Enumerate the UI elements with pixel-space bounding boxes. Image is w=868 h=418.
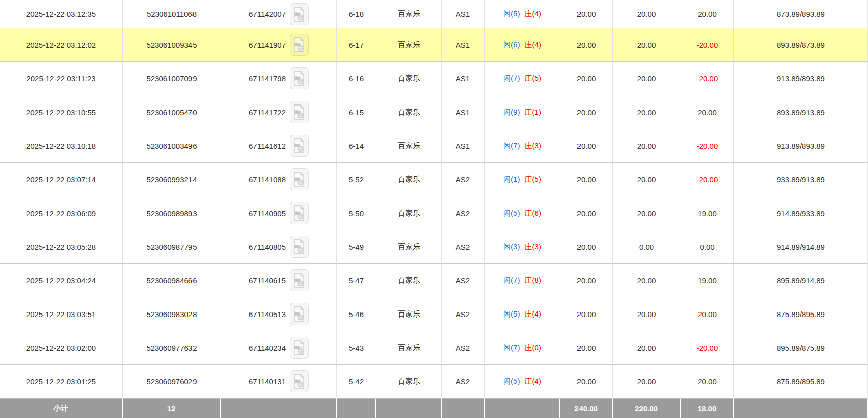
bet-time: 2025-12-22 03:01:25 [0,365,123,398]
table-row[interactable]: 2025-12-22 03:05:28 523060987795 6711408… [0,230,868,264]
order-number: 523060987795 [123,230,221,264]
table-name: AS2 [442,264,485,297]
player-result: 闲(5) [503,208,520,217]
table-row[interactable]: 2025-12-22 03:10:55 523061005470 6711417… [0,95,868,129]
video-replay-button[interactable] [290,370,309,392]
valid-amount: 20.00 [613,28,681,62]
video-replay-button[interactable] [290,202,309,224]
film-document-icon [293,340,305,355]
film-document-icon [293,306,305,322]
order-number: 523061009345 [123,28,221,62]
video-replay-button[interactable] [290,67,309,89]
balance-after-before: 895.89/914.89 [734,264,868,297]
game-number-cell: 671141612 [221,129,337,163]
balance-after-before: 914.89/933.89 [734,196,868,230]
table-row[interactable]: 2025-12-22 03:12:02 523061009345 6711419… [0,28,868,62]
table-row[interactable]: 2025-12-22 03:06:09 523060989893 6711409… [0,196,868,230]
subtotal-count: 12 [123,398,221,418]
valid-amount: 20.00 [613,0,681,28]
balance-after-before: 933.89/913.89 [734,163,868,196]
bet-time: 2025-12-22 03:12:35 [0,0,123,28]
bet-amount: 20.00 [560,297,613,331]
balance-after-before: 875.89/895.89 [734,297,868,331]
game-number: 671141088 [249,175,286,184]
game-number-cell: 671141907 [221,28,337,62]
player-result: 闲(1) [503,175,520,183]
table-name: AS2 [442,196,485,230]
order-number: 523061007099 [123,62,221,95]
table-name: AS2 [442,230,485,264]
film-document-icon [293,37,305,52]
win-loss-amount: -20.00 [681,163,734,196]
bet-amount: 20.00 [560,365,613,398]
game-result: 闲(1) 庄(5) [485,163,560,196]
banker-result: 庄(5) [525,74,541,82]
game-result: 闲(6) 庄(4) [485,28,560,62]
bet-amount: 20.00 [560,264,613,297]
subtotal-valid-total: 220.00 [613,398,681,418]
order-number: 523060977632 [123,331,221,365]
round-number: 6-18 [337,0,376,28]
video-replay-button[interactable] [290,3,309,25]
game-number: 671140905 [249,209,286,218]
table-row[interactable]: 2025-12-22 03:02:00 523060977632 6711402… [0,331,868,365]
table-row[interactable]: 2025-12-22 03:03:51 523060983028 6711405… [0,297,868,331]
table-row[interactable]: 2025-12-22 03:12:35 523061011068 6711420… [0,0,868,28]
game-number-cell: 671140131 [221,365,337,398]
bet-time: 2025-12-22 03:05:28 [0,230,123,264]
bet-time: 2025-12-22 03:10:55 [0,95,123,129]
video-replay-button[interactable] [290,168,309,190]
banker-result: 庄(1) [525,108,541,116]
game-number-cell: 671141722 [221,95,337,129]
table-row[interactable]: 2025-12-22 03:11:23 523061007099 6711417… [0,62,868,95]
order-number: 523060983028 [123,297,221,331]
game-type: 百家乐 [376,331,442,365]
table-row[interactable]: 2025-12-22 03:10:18 523061003496 6711416… [0,129,868,163]
game-type: 百家乐 [376,264,442,297]
banker-result: 庄(3) [525,141,541,150]
win-loss-amount: 20.00 [681,365,734,398]
table-row[interactable]: 2025-12-22 03:04:24 523060984666 6711406… [0,264,868,297]
round-number: 6-17 [337,28,376,62]
table-name: AS2 [442,331,485,365]
round-number: 5-52 [337,163,376,196]
game-number: 671141722 [249,108,286,117]
video-replay-button[interactable] [290,337,309,359]
game-type: 百家乐 [376,163,442,196]
table-row[interactable]: 2025-12-22 03:07:14 523060993214 6711410… [0,163,868,196]
game-type: 百家乐 [376,95,442,129]
player-result: 闲(7) [503,141,520,150]
win-loss-amount: 20.00 [681,0,734,28]
order-number: 523060984666 [123,264,221,297]
subtotal-empty-cell [442,398,485,418]
game-type: 百家乐 [376,28,442,62]
order-number: 523061003496 [123,129,221,163]
game-result: 闲(5) 庄(4) [485,297,560,331]
video-replay-button[interactable] [290,34,309,56]
video-replay-button[interactable] [290,101,309,123]
subtotal-label: 小计 [0,398,123,418]
film-document-icon [293,239,305,254]
order-number: 523060989893 [123,196,221,230]
bet-amount: 20.00 [560,331,613,365]
round-number: 5-49 [337,230,376,264]
video-replay-button[interactable] [290,269,309,291]
video-replay-button[interactable] [290,236,309,258]
valid-amount: 20.00 [613,129,681,163]
game-result: 闲(5) 庄(4) [485,0,560,28]
win-loss-amount: 0.00 [681,230,734,264]
valid-amount: 20.00 [613,62,681,95]
valid-amount: 20.00 [613,331,681,365]
bet-time: 2025-12-22 03:06:09 [0,196,123,230]
bet-amount: 20.00 [560,28,613,62]
subtotal-empty-cell [734,398,868,418]
round-number: 6-14 [337,129,376,163]
film-document-icon [293,205,305,221]
table-name: AS1 [442,129,485,163]
player-result: 闲(7) [503,74,520,82]
table-row[interactable]: 2025-12-22 03:01:25 523060976029 6711401… [0,365,868,398]
balance-after-before: 893.89/913.89 [734,95,868,129]
video-replay-button[interactable] [290,303,309,325]
round-number: 6-15 [337,95,376,129]
video-replay-button[interactable] [290,135,309,157]
